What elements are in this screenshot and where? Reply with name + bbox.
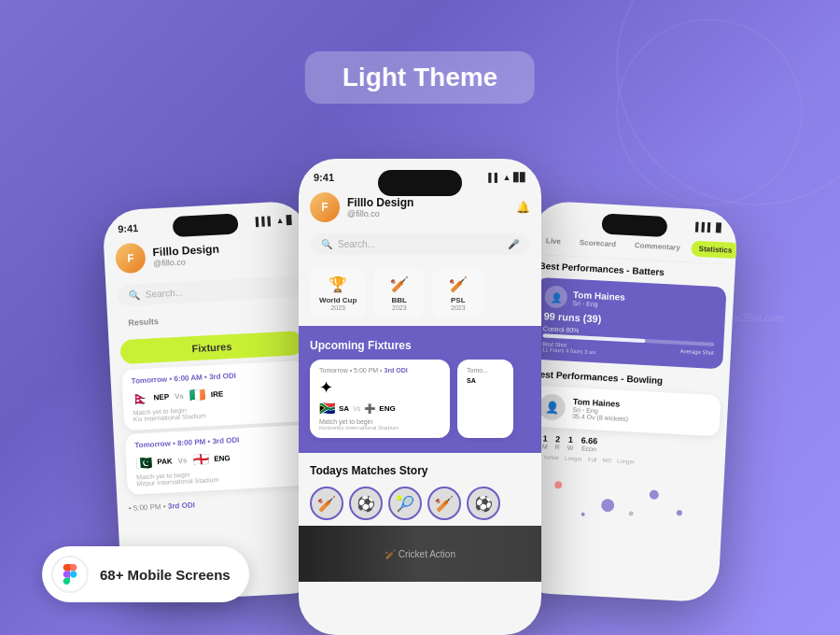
bowling-stat-R: 2 R: [554, 434, 560, 450]
phone-island-left: [173, 213, 239, 237]
story-1[interactable]: 🏏: [310, 487, 343, 520]
search-bar-center[interactable]: 🔍 Search... 🎤: [310, 233, 530, 255]
scatter-dot: [600, 499, 614, 513]
tab-live[interactable]: Live: [538, 233, 568, 250]
psl-year: 2023: [451, 304, 466, 311]
vs-text-1: Vs: [175, 391, 184, 401]
cross-icon: ➕: [364, 403, 375, 414]
psl-name: PSL: [451, 296, 466, 304]
title-badge: Light Theme: [305, 51, 535, 104]
story-3[interactable]: 🎾: [388, 487, 422, 520]
notification-icon: 🔔: [516, 201, 530, 214]
batter-info: Tom Haines Sri - Eng: [572, 289, 625, 309]
image-strip-label: 🏏 Cricket Action: [385, 549, 455, 559]
app-handle-center: @fillo.co: [347, 209, 509, 219]
worldcup-icon: 🏆: [329, 275, 347, 293]
scatter-chart: [523, 465, 717, 550]
avatar-left: F: [115, 243, 147, 275]
fixture-meta-text-1: Tomorrow • 6:00 AM •: [131, 373, 207, 385]
scatter-dot: [649, 489, 659, 500]
phone-island-center: [378, 170, 462, 196]
phone-right: ▌▌▌ ▊ Live Scorecard Commentary Statisti…: [512, 201, 738, 603]
worldcup-name: World Cup: [319, 296, 357, 304]
tab-results[interactable]: Results: [119, 313, 168, 332]
fixture-c1-meta: Tomorrow • 5:00 PM • 3rd ODI: [319, 367, 441, 374]
fixture-odi-2: 3rd ODI: [212, 436, 239, 446]
team1-name-2: PAK: [157, 457, 173, 466]
bowler-avatar: 👤: [539, 393, 566, 420]
status-icons-center: ▌▌ ▲ ▊▊: [488, 173, 526, 182]
status-time-left: 9:41: [118, 222, 139, 234]
story-2[interactable]: ⚽: [349, 487, 383, 520]
search-bar-left[interactable]: 🔍 Search...: [117, 275, 301, 306]
page-title: Light Theme: [343, 63, 497, 92]
bottom-badge-text: 68+ Mobile Screens: [100, 567, 231, 583]
story-4[interactable]: 🏏: [427, 487, 461, 520]
fixtures-button-left[interactable]: Fixtures: [119, 331, 303, 364]
bbl-icon: 🏏: [390, 275, 409, 293]
bowling-stat-Econ: 6.66 Econ: [581, 436, 597, 453]
todays-matches-label: Todays Matches Story: [299, 459, 541, 481]
psl-icon: 🏏: [449, 275, 468, 293]
status-icons-left: ▌▌▌ ▲ ▊: [256, 215, 294, 226]
scatter-dot: [677, 510, 682, 515]
story-5[interactable]: ⚽: [467, 487, 500, 520]
bowling-stat-M: 1 M: [542, 433, 549, 449]
fixture-c1-teams: 🇿🇦 SA Vs ➕ ENG: [319, 401, 441, 416]
phone-center: 9:41 ▌▌ ▲ ▊▊ F Filllo Design @fillo.co 🔔…: [299, 159, 541, 635]
team2-flag-1: 🇮🇪: [189, 388, 205, 403]
batter-avatar: 👤: [544, 285, 567, 308]
fixture-card-center-1: Tomorrow • 5:00 PM • 3rd ODI ✦ 🇿🇦 SA Vs …: [310, 360, 450, 438]
category-row: 🏆 World Cup 2023 🏏 BBL 2023 🏏 PSL 2023: [299, 261, 541, 326]
worldcup-year: 2023: [330, 304, 345, 311]
fixture-meta-text-2: Tomorrow • 8:00 PM •: [134, 437, 210, 449]
fixture-c1-status: Match yet to begin: [319, 418, 441, 425]
team2-name-1: IRE: [211, 389, 224, 399]
bowler-card: 👤 Tom Haines Sri - Eng 35.4 Ov (8 wicket…: [528, 386, 721, 437]
bowler-info: Tom Haines Sri - Eng 35.4 Ov (8 wickets): [572, 397, 711, 427]
fixture-odi-1: 3rd ODI: [209, 372, 236, 382]
bbl-year: 2023: [392, 304, 407, 311]
tab-commentary[interactable]: Commentary: [626, 237, 688, 256]
team1-flag-2: 🇵🇰: [135, 455, 152, 471]
search-icon-center: 🔍: [321, 239, 332, 249]
fixture-card-2-left: Tomorrow • 8:00 PM • 3rd ODI 🇵🇰 PAK Vs 🏴…: [125, 425, 311, 495]
team2-name-2: ENG: [214, 454, 231, 463]
batter-card: 👤 Tom Haines Sri - Eng 99 runs (39) Cont…: [532, 277, 726, 370]
app-header-text-left: Filllo Design @fillo.co: [152, 238, 299, 268]
team1-name-1: NEP: [153, 392, 169, 402]
category-worldcup[interactable]: 🏆 World Cup 2023: [310, 268, 366, 318]
fixture-c1-venue: Kimberley International Stadium: [319, 425, 441, 430]
category-bbl[interactable]: 🏏 BBL 2023: [373, 268, 425, 318]
status-icons-right: ▌▌▌ ▊: [695, 222, 722, 233]
search-placeholder-left: Search...: [146, 282, 289, 300]
fixture-c1-icon: ✦: [319, 377, 441, 398]
app-name-center: Filllo Design: [347, 196, 509, 209]
fixture-card-1-left: Tomorrow • 6:00 AM • 3rd ODI 🇳🇵 NEP Vs 🇮…: [121, 360, 307, 430]
avatar-center: F: [310, 192, 340, 222]
vs-text-2: Vs: [177, 456, 187, 465]
bottom-badge: 68+ Mobile Screens: [42, 546, 249, 602]
fixture-card-center-2-partial: Tomo... SA: [457, 360, 513, 438]
bbl-name: BBL: [392, 296, 407, 304]
category-psl[interactable]: 🏏 PSL 2023: [432, 268, 483, 318]
control-label: Control 80%: [543, 325, 580, 333]
search-placeholder-center: Search...: [338, 239, 502, 249]
phone-island-right: [601, 213, 667, 237]
status-time-center: 9:41: [314, 172, 334, 183]
app-header-text-center: Filllo Design @fillo.co: [347, 196, 509, 219]
scatter-dot: [629, 511, 634, 515]
fixture-c2-meta-partial: Tomo...: [467, 367, 504, 374]
image-strip: 🏏 Cricket Action: [299, 526, 541, 582]
search-icon-left: 🔍: [129, 289, 141, 301]
fixture-c2-teams-partial: SA: [467, 377, 504, 384]
figma-icon: [51, 556, 89, 593]
tab-statistics[interactable]: Statistics: [691, 240, 738, 259]
mic-icon: 🎤: [508, 239, 519, 249]
upcoming-fixtures-label: Upcoming Fixtures: [299, 333, 541, 356]
team1-flag-1: 🇳🇵: [132, 390, 148, 406]
team2-flag-2: 🏴󠁧󠁢󠁥󠁮󠁧󠁿: [192, 451, 209, 467]
scatter-dot: [554, 481, 562, 488]
scatter-dot: [581, 513, 585, 516]
tab-scorecard[interactable]: Scorecard: [571, 234, 623, 253]
